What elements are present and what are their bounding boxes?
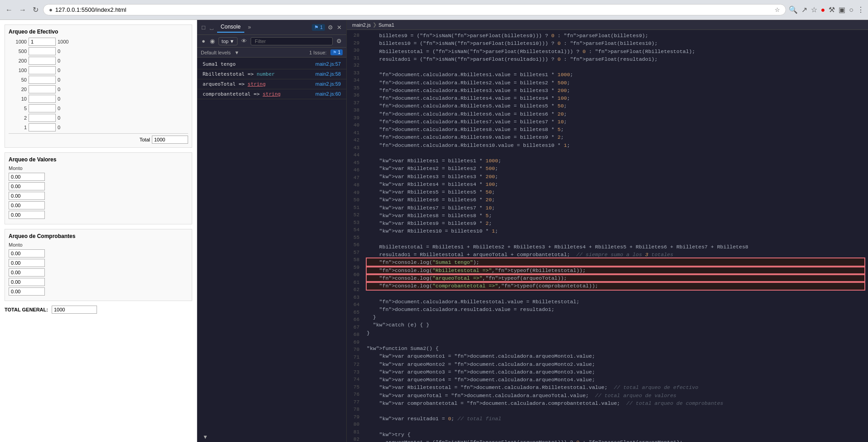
more-tabs-btn[interactable]: »: [244, 22, 255, 32]
console-entry[interactable]: arqueoTotal => string main2.js:59: [197, 79, 346, 89]
extensions-icon[interactable]: ⚒: [829, 5, 835, 14]
devtools-device-btn[interactable]: ⎵: [209, 23, 214, 32]
code-line[interactable]: arqueoMonto1 = ("fn">isNaN("fn">parseFlo…: [367, 438, 864, 442]
valor-input[interactable]: [9, 173, 45, 181]
console-location[interactable]: main2.js:57: [315, 61, 341, 67]
code-line[interactable]: "kw">try {: [367, 431, 864, 438]
issues-badge[interactable]: ⚑ 1: [330, 49, 343, 55]
back-button[interactable]: ←: [4, 5, 15, 15]
code-line[interactable]: "kw">var Rbilletes6 = billetes6 * 20;: [367, 196, 864, 204]
menu-icon[interactable]: ⋮: [857, 5, 864, 14]
refresh-button[interactable]: ↻: [31, 5, 40, 15]
devtools-inspect-btn[interactable]: □: [201, 23, 206, 32]
code-line[interactable]: "fn">document.calculadora.Rbilletes10.va…: [367, 141, 864, 149]
code-line[interactable]: "fn">document.calculadora.Rbilletes8.val…: [367, 126, 864, 133]
clear-btn[interactable]: ●: [201, 37, 206, 45]
code-line[interactable]: "kw">var resultado1 = 0; // total final: [367, 415, 864, 423]
code-line[interactable]: "kw">var arqueoMonto3 = "fn">document.ca…: [367, 368, 864, 376]
code-line[interactable]: "kw">var Rbilletes3 = billetes3 * 200;: [367, 173, 864, 180]
code-line[interactable]: [367, 407, 864, 415]
eye-btn[interactable]: 👁: [240, 37, 248, 45]
code-line[interactable]: billetes9 = ("fn">isNaN("fn">parseFloat(…: [367, 32, 864, 39]
code-line[interactable]: "kw">var Rbilletes7 = billetes7 * 10;: [367, 204, 864, 212]
console-entry[interactable]: comprobantetotal => string main2.js:60: [197, 89, 346, 99]
share-icon[interactable]: ↗: [801, 5, 807, 14]
bill-input[interactable]: [29, 38, 56, 46]
profile-icon[interactable]: ○: [849, 6, 853, 14]
code-line[interactable]: "kw">var Rbilletes2 = billetes2 * 500;: [367, 165, 864, 172]
code-line[interactable]: "kw">var Rbilletes4 = billetes4 * 100;: [367, 180, 864, 188]
console-location[interactable]: main2.js:59: [315, 81, 341, 87]
filter-settings-btn[interactable]: ⚙: [335, 37, 343, 45]
valor-input[interactable]: [9, 211, 45, 219]
code-line[interactable]: [367, 63, 864, 71]
code-line[interactable]: "fn">document.calculadora.Rbilletes4.val…: [367, 94, 864, 102]
code-line[interactable]: "kw">var arqueoMonto4 = "fn">document.ca…: [367, 376, 864, 384]
search-icon[interactable]: 🔍: [789, 5, 798, 14]
code-line[interactable]: "kw">var Rbilletes9 = billetes9 * 2;: [367, 219, 864, 227]
code-line[interactable]: "kw">catch (e) { }: [367, 321, 864, 329]
code-line[interactable]: "kw">var arqueoMonto2 = "fn">document.ca…: [367, 360, 864, 368]
code-line[interactable]: "fn">document.calculadora.Rbilletes1.val…: [367, 71, 864, 78]
code-line[interactable]: "fn">document.calculadora.Rbilletes9.val…: [367, 133, 864, 141]
code-line[interactable]: "fn">document.calculadora.Rbilletes3.val…: [367, 87, 864, 94]
code-line[interactable]: "fn">document.calculadora.Rbilletes6.val…: [367, 110, 864, 118]
code-line[interactable]: "kw">function Suma2() {: [367, 345, 864, 352]
comprobante-input[interactable]: [9, 249, 45, 257]
bill-input[interactable]: [29, 114, 56, 122]
bill-input[interactable]: [29, 104, 56, 112]
code-line[interactable]: "kw">var arqueoMonto1 = "fn">document.ca…: [367, 352, 864, 360]
code-line[interactable]: "fn">console.log("arqueoTotal =>","fn">t…: [367, 274, 864, 282]
console-entry[interactable]: Suma1 tengo main2.js:57: [197, 59, 346, 69]
code-line[interactable]: "kw">var Rbilletes1 = billetes1 * 1000;: [367, 157, 864, 165]
close-btn[interactable]: ✕: [336, 23, 343, 32]
code-line[interactable]: "fn">document.calculadora.Rbilletes7.val…: [367, 118, 864, 126]
total-input[interactable]: [152, 136, 188, 144]
filter-btn[interactable]: ◉: [209, 37, 216, 45]
valor-input[interactable]: [9, 192, 45, 200]
bill-input[interactable]: [29, 95, 56, 103]
code-line[interactable]: "fn">document.calculadora.resultado1.val…: [367, 306, 864, 313]
bill-input[interactable]: [29, 123, 56, 131]
comprobante-input[interactable]: [9, 268, 45, 277]
bill-input[interactable]: [29, 76, 56, 84]
bookmark-icon[interactable]: ☆: [811, 5, 817, 14]
top-selector[interactable]: top ▼: [218, 37, 238, 45]
address-bar[interactable]: ● 127.0.0.1:5500/index2.html ☆: [43, 4, 786, 15]
bill-input[interactable]: [29, 47, 56, 55]
total-general-input[interactable]: [52, 306, 97, 314]
code-line[interactable]: resultado1 = Rbilletestotal + arqueoTota…: [367, 251, 864, 258]
comprobante-input[interactable]: [9, 259, 45, 267]
code-line[interactable]: "fn">document.calculadora.Rbilletestotal…: [367, 298, 864, 306]
record-icon[interactable]: ●: [821, 6, 825, 14]
code-line[interactable]: "fn">console.log("Rbilletestotal =>","fn…: [367, 267, 864, 274]
valor-input[interactable]: [9, 201, 45, 209]
code-line[interactable]: [367, 337, 864, 345]
code-line[interactable]: }: [367, 329, 864, 337]
code-line[interactable]: "kw">var Rbilletestotal = "fn">document.…: [367, 384, 864, 391]
code-line[interactable]: [367, 290, 864, 297]
code-line[interactable]: }: [367, 313, 864, 321]
code-line[interactable]: billetes10 = ("fn">isNaN("fn">parseFloat…: [367, 39, 864, 47]
code-line[interactable]: "kw">var arqueoTotal = "fn">document.cal…: [367, 392, 864, 399]
filter-input[interactable]: [251, 37, 333, 45]
code-line[interactable]: "kw">var Rbilletes8 = billetes8 * 5;: [367, 212, 864, 219]
code-line[interactable]: "fn">document.calculadora.Rbilletes2.val…: [367, 79, 864, 87]
code-line[interactable]: [367, 423, 864, 431]
code-line[interactable]: "fn">console.log("Suma1 tengo");: [367, 258, 864, 266]
code-line[interactable]: "kw">var comprobantetotal = "fn">documen…: [367, 399, 864, 407]
code-line[interactable]: "fn">document.calculadora.Rbilletes5.val…: [367, 102, 864, 110]
bill-input[interactable]: [29, 85, 56, 93]
comprobante-input[interactable]: [9, 278, 45, 286]
console-tab[interactable]: Console: [217, 22, 244, 33]
comprobante-input[interactable]: [9, 287, 45, 296]
code-line[interactable]: "kw">var Rbilletes10 = billetes10 * 1;: [367, 227, 864, 235]
code-line[interactable]: Rbilletestotal = Rbilletes1 + Rbilletes2…: [367, 243, 864, 251]
code-line[interactable]: [367, 235, 864, 243]
console-location[interactable]: main2.js:58: [315, 71, 341, 77]
console-entry[interactable]: Rbilletestotal => number main2.js:58: [197, 69, 346, 79]
code-line[interactable]: "fn">console.log("comprobantetotal =>","…: [367, 282, 864, 290]
console-location[interactable]: main2.js:60: [315, 91, 341, 97]
code-line[interactable]: resultado1 = ("fn">isNaN("fn">parseFloat…: [367, 55, 864, 63]
forward-button[interactable]: →: [17, 5, 28, 15]
